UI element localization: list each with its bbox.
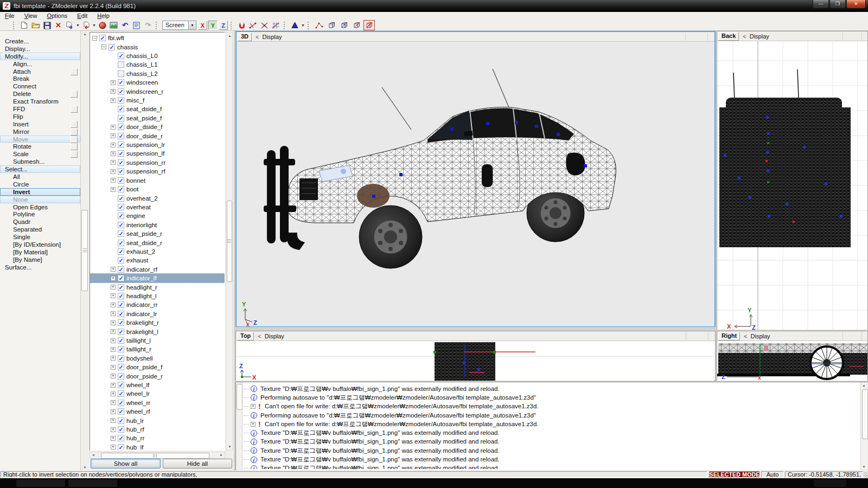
tree-node-seat-pside-f[interactable]: ✓seat_pside_f (90, 114, 225, 123)
export-dropdown-icon[interactable]: ▼ (75, 21, 80, 30)
sidebar-item-quadr[interactable]: Quadr (0, 218, 80, 226)
scrollbar-thumb[interactable] (81, 210, 88, 291)
toolbar-grip[interactable] (13, 22, 16, 29)
tree-node-indicator-rf[interactable]: +✓indicator_rf (90, 265, 225, 274)
sidebar-item-display[interactable]: Display... (0, 45, 80, 53)
visibility-checkbox[interactable]: ✓ (118, 222, 124, 228)
visibility-checkbox[interactable]: ✓ (118, 133, 124, 139)
log-right-scrollbar[interactable]: ▲ ▼ (860, 382, 867, 470)
sidebar-item-exact-transform[interactable]: Exact Transform (0, 98, 80, 105)
sidebar-item-open-edges[interactable]: Open Edges (0, 203, 80, 211)
scroll-down-icon[interactable]: ▼ (81, 464, 88, 471)
sidebar-item-select[interactable]: Select... (0, 165, 80, 173)
plus-expander-icon[interactable]: + (111, 133, 116, 138)
plus-expander-icon[interactable]: + (111, 151, 116, 156)
collapse-arrow-icon[interactable]: < (743, 33, 746, 40)
tree-node-boot[interactable]: +✓boot (90, 185, 225, 194)
tree-node-headlight-l[interactable]: +✓headlight_l (90, 292, 225, 300)
sidebar-option-button[interactable] (71, 68, 78, 75)
toolbar-grip[interactable] (308, 22, 310, 29)
plus-expander-icon[interactable]: + (111, 338, 116, 343)
texture-browser-button[interactable] (108, 21, 119, 30)
chevron-down-icon[interactable]: ▼ (188, 21, 196, 30)
plus-expander-icon[interactable]: + (111, 303, 116, 307)
plus-expander-icon[interactable]: + (111, 356, 116, 361)
sidebar-item-circle[interactable]: Circle (0, 181, 80, 188)
minimize-button[interactable]: — (813, 0, 829, 9)
visibility-checkbox[interactable]: ✓ (118, 168, 124, 175)
tree-node-seat-dside-f[interactable]: ✓seat_dside_f (90, 105, 225, 113)
plus-expander-icon[interactable]: + (111, 187, 116, 192)
viewport-right-button[interactable]: Right (718, 332, 740, 341)
screen-mode-select[interactable]: Screen ▼ (162, 21, 196, 30)
toolbar-grip[interactable] (156, 22, 158, 29)
plus-expander-icon[interactable]: + (111, 374, 116, 378)
visibility-checkbox[interactable]: ✓ (118, 150, 124, 157)
sidebar-option-button[interactable] (71, 143, 78, 150)
visibility-checkbox[interactable]: ✓ (118, 124, 124, 130)
visibility-checkbox[interactable]: ✓ (118, 390, 124, 397)
display-menu-label[interactable]: Display (263, 34, 282, 40)
tree-node-suspension-lf[interactable]: +✓suspension_lf (90, 149, 225, 158)
viewport-top-button[interactable]: Top (237, 332, 254, 341)
hide-all-button[interactable]: Hide all (163, 459, 232, 468)
plus-expander-icon[interactable]: + (111, 311, 116, 316)
visibility-checkbox[interactable]: ✓ (108, 44, 115, 50)
visibility-checkbox[interactable]: ✓ (118, 435, 124, 441)
plus-expander-icon[interactable]: + (111, 285, 116, 290)
close-button[interactable]: ✕ (846, 0, 866, 9)
visibility-checkbox[interactable]: ✓ (118, 408, 124, 415)
manipulator-dropdown-icon[interactable]: ▼ (301, 21, 305, 30)
sidebar-option-button[interactable] (71, 106, 78, 113)
tree-node-taillight-r[interactable]: +✓taillight_r (90, 345, 225, 354)
tree-node-fbi-wft[interactable]: −✓fbi.wft (90, 34, 225, 42)
visibility-checkbox[interactable]: ✓ (118, 230, 124, 237)
plus-expander-icon[interactable]: + (111, 178, 116, 183)
visibility-checkbox[interactable]: ✓ (118, 159, 124, 166)
plus-expander-icon[interactable]: + (111, 409, 116, 414)
visibility-checkbox[interactable]: ✓ (118, 240, 124, 246)
collapse-arrow-icon[interactable]: < (258, 333, 261, 339)
plus-expander-icon[interactable]: + (111, 276, 116, 281)
visibility-checkbox[interactable] (118, 61, 124, 68)
plus-expander-icon[interactable]: + (111, 329, 116, 334)
material-editor-button[interactable] (97, 21, 107, 30)
visibility-checkbox[interactable]: ✓ (118, 266, 124, 273)
minus-expander-icon[interactable]: − (101, 44, 106, 49)
sidebar-item-none[interactable]: None (0, 196, 80, 203)
tree-node-seat-dside-r[interactable]: ✓seat_dside_r (90, 238, 225, 247)
visibility-checkbox[interactable]: ✓ (118, 79, 124, 86)
tree-vertical-scrollbar[interactable]: ▲ ▼ (226, 32, 233, 451)
axis-z-toggle[interactable]: Z (219, 21, 228, 30)
viewport-right-canvas[interactable]: Z x (717, 341, 867, 381)
plus-expander-icon[interactable]: + (111, 347, 116, 352)
plus-expander-icon[interactable]: + (111, 125, 116, 130)
sidebar-item-all[interactable]: All (0, 173, 80, 181)
tree-node-suspension-lr[interactable]: +✓suspension_lr (90, 140, 225, 149)
sidebar-item-separated[interactable]: Separated (0, 226, 80, 233)
tree-node-indicator-lf[interactable]: +✓indicator_lf (90, 274, 225, 282)
plus-expander-icon[interactable]: + (111, 267, 116, 272)
plus-expander-icon[interactable]: + (111, 80, 116, 85)
plus-expander-icon[interactable]: + (251, 422, 256, 427)
tree-node-exhaust[interactable]: ✓exhaust (90, 256, 225, 265)
visibility-checkbox[interactable]: ✓ (99, 35, 106, 41)
sidebar-item-insert[interactable]: Insert (0, 120, 80, 128)
open-file-button[interactable] (30, 21, 41, 30)
tree-node-door-dside-r[interactable]: +✓door_dside_r (90, 131, 225, 140)
sidebar-item-align[interactable]: Align... (0, 60, 80, 68)
display-menu-label[interactable]: Display (750, 33, 769, 40)
tree-node-wheel-rf[interactable]: +✓wheel_rf (90, 407, 225, 416)
visibility-checkbox[interactable]: ✓ (118, 284, 124, 291)
sidebar-item-rotate[interactable]: Rotate (0, 143, 80, 150)
plus-expander-icon[interactable]: + (111, 98, 116, 103)
plus-expander-icon[interactable]: + (111, 160, 116, 165)
tree-node-chassis-l1[interactable]: chassis_L1 (90, 60, 225, 69)
sidebar-item-modify[interactable]: Modify... (0, 53, 80, 60)
sidebar-item-surface[interactable]: Surface... (0, 264, 80, 271)
visibility-checkbox[interactable]: ✓ (118, 106, 124, 112)
sidebar-item-scale[interactable]: Scale (0, 150, 80, 158)
tree-node-wheel-lf[interactable]: +✓wheel_lf (90, 381, 225, 389)
mode-polygons-button[interactable] (339, 20, 350, 30)
sidebar-item-by-id-extension[interactable]: [By ID/Extension] (0, 241, 80, 248)
